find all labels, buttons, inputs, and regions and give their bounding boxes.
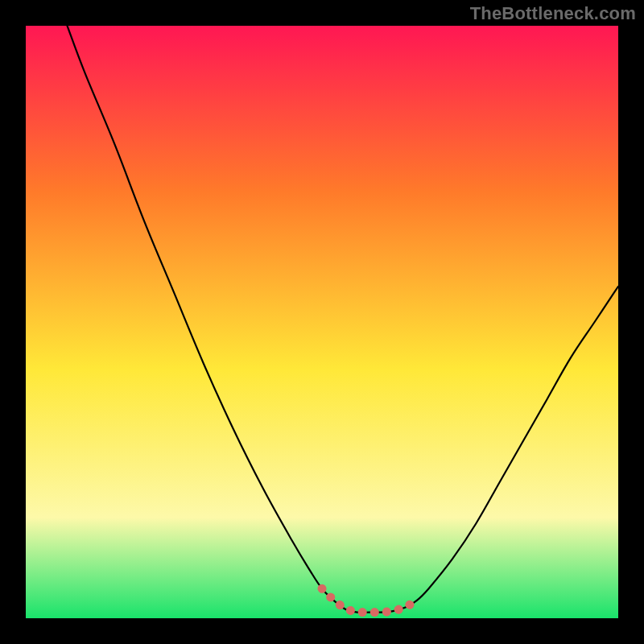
bottleneck-chart xyxy=(26,26,618,618)
watermark-text: TheBottleneck.com xyxy=(470,3,636,24)
gradient-background xyxy=(26,26,618,618)
plot-area xyxy=(26,26,618,618)
chart-frame: TheBottleneck.com xyxy=(0,0,644,644)
